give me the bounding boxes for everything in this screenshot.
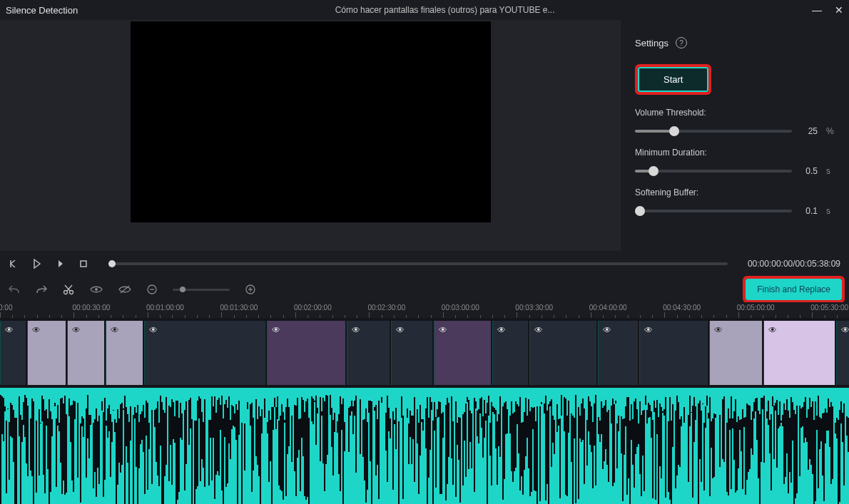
timeline-clip[interactable]: 👁 (639, 321, 708, 385)
timeline-clip[interactable]: 👁 (492, 321, 528, 385)
start-button-highlight: Start (635, 64, 711, 95)
toolbar-row: Finish and Replace (0, 277, 849, 302)
svg-rect-1 (81, 261, 86, 267)
clip-visibility-icon[interactable]: 👁 (768, 325, 777, 335)
soft-buffer-row: Softening Buffer: 0.1 s (635, 187, 835, 216)
finish-and-replace-button[interactable]: Finish and Replace (746, 279, 842, 300)
volume-threshold-unit: % (826, 126, 835, 136)
hide-button[interactable] (118, 285, 131, 294)
ruler-mark: 00:01:30:00 (220, 304, 258, 312)
stop-button[interactable] (78, 259, 88, 269)
preview-area (0, 20, 621, 251)
ruler-mark: 00:03:30:00 (515, 304, 553, 312)
soft-buffer-label: Softening Buffer: (635, 187, 835, 197)
ruler-mark: 00:02:30:00 (367, 304, 405, 312)
timeline-clip[interactable]: 👁 (709, 321, 762, 385)
ruler-mark: 0:00 (0, 304, 12, 312)
ruler-mark: 00:05:00:00 (737, 304, 775, 312)
timeline-clip[interactable]: 👁 (267, 321, 345, 385)
clip-visibility-icon[interactable]: 👁 (497, 325, 506, 335)
timeline-clip[interactable]: 👁 (27, 321, 66, 385)
settings-header: Settings ? (635, 37, 835, 48)
clip-visibility-icon[interactable]: 👁 (603, 325, 611, 335)
clip-visibility-icon[interactable]: 👁 (111, 325, 119, 335)
clip-track[interactable]: 👁👁👁👁👁👁👁👁👁👁👁👁👁👁👁👁 (0, 318, 849, 388)
next-frame-button[interactable] (56, 259, 66, 269)
zoom-in-button[interactable] (245, 284, 255, 294)
timeline-clip[interactable]: 👁 (836, 321, 849, 385)
redo-button[interactable] (36, 284, 47, 294)
prev-frame-button[interactable] (9, 259, 19, 269)
timeline-clip[interactable]: 👁 (106, 321, 143, 385)
timeline-clip[interactable]: 👁 (0, 321, 26, 385)
timeline-clip[interactable]: 👁 (598, 321, 638, 385)
clip-visibility-icon[interactable]: 👁 (439, 325, 447, 335)
min-duration-row: Minimum Duration: 0.5 s (635, 148, 835, 176)
zoom-slider[interactable] (173, 289, 230, 291)
settings-panel: Settings ? Start Volume Threshold: 25 % … (621, 20, 849, 251)
ruler-mark: 00:03:00:00 (442, 304, 479, 312)
ruler-mark: 00:04:00:00 (589, 304, 627, 312)
timeline-clip[interactable]: 👁 (434, 321, 491, 385)
soft-buffer-unit: s (826, 206, 835, 216)
volume-threshold-label: Volume Threshold: (635, 108, 835, 118)
timeline-clip[interactable]: 👁 (391, 321, 432, 385)
help-icon[interactable]: ? (676, 37, 687, 48)
minimize-button[interactable]: — (812, 4, 822, 16)
ruler-mark: 00:04:30:00 (663, 304, 701, 312)
app-title: Silence Detection (6, 5, 78, 16)
clip-visibility-icon[interactable]: 👁 (5, 325, 14, 335)
timeline-clip[interactable]: 👁 (529, 321, 596, 385)
ruler-mark: 00:05:30:00 (810, 304, 848, 312)
volume-threshold-value: 25 (800, 126, 818, 136)
soft-buffer-slider[interactable] (635, 210, 792, 212)
timeline-clip[interactable]: 👁 (67, 321, 104, 385)
clip-visibility-icon[interactable]: 👁 (149, 325, 158, 335)
svg-point-3 (70, 291, 73, 294)
time-display: 00:00:00:00/00:05:38:09 (748, 259, 840, 269)
clip-visibility-icon[interactable]: 👁 (714, 325, 723, 335)
min-duration-unit: s (826, 166, 835, 176)
clip-visibility-icon[interactable]: 👁 (352, 325, 360, 335)
timeline-clip[interactable]: 👁 (763, 321, 835, 385)
clip-visibility-icon[interactable]: 👁 (534, 325, 543, 335)
close-button[interactable]: ✕ (835, 4, 843, 16)
file-name: Cómo hacer pantallas finales (outros) pa… (78, 5, 812, 15)
min-duration-slider[interactable] (635, 170, 792, 173)
play-button[interactable] (31, 258, 43, 269)
timeline-clip[interactable]: 👁 (144, 321, 265, 385)
cut-button[interactable] (63, 284, 74, 295)
playback-bar: 00:00:00:00/00:05:38:09 (0, 251, 849, 277)
ruler-mark: 00:00:30:00 (72, 304, 110, 312)
titlebar: Silence Detection Cómo hacer pantallas f… (0, 0, 849, 20)
volume-threshold-row: Volume Threshold: 25 % (635, 108, 835, 136)
clip-visibility-icon[interactable]: 👁 (841, 325, 849, 335)
video-preview[interactable] (131, 21, 491, 222)
visibility-button[interactable] (90, 285, 103, 294)
start-button[interactable]: Start (638, 67, 708, 92)
volume-threshold-slider[interactable] (635, 130, 792, 133)
soft-buffer-value: 0.1 (800, 206, 818, 216)
clip-visibility-icon[interactable]: 👁 (396, 325, 405, 335)
ruler-mark: 00:02:00:00 (294, 304, 332, 312)
min-duration-label: Minimum Duration: (635, 148, 835, 158)
volume-threshold-control: 25 % (635, 126, 835, 136)
ruler-mark: 00:01:00:00 (146, 304, 184, 312)
clip-visibility-icon[interactable]: 👁 (272, 325, 280, 335)
clip-visibility-icon[interactable]: 👁 (32, 325, 41, 335)
window-controls: — ✕ (812, 4, 843, 16)
zoom-out-button[interactable] (147, 284, 157, 294)
svg-point-6 (95, 288, 98, 291)
timeline-ruler[interactable]: 0:0000:00:30:0000:01:00:0000:01:30:0000:… (0, 302, 849, 318)
min-duration-value: 0.5 (800, 166, 818, 176)
main-area: Settings ? Start Volume Threshold: 25 % … (0, 20, 849, 251)
audio-waveform[interactable] (0, 388, 849, 504)
clip-visibility-icon[interactable]: 👁 (72, 325, 81, 335)
playback-scrubber[interactable] (108, 262, 728, 265)
min-duration-control: 0.5 s (635, 166, 835, 176)
settings-label: Settings (635, 38, 668, 48)
timeline-clip[interactable]: 👁 (347, 321, 390, 385)
clip-visibility-icon[interactable]: 👁 (644, 325, 653, 335)
svg-point-2 (64, 291, 68, 294)
undo-button[interactable] (9, 284, 20, 294)
